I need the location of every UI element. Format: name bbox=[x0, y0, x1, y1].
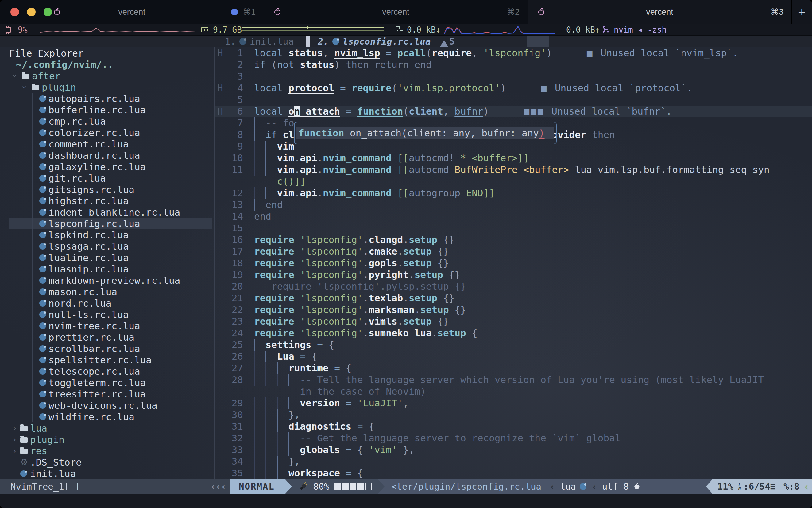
code-row-13: 13 end bbox=[215, 199, 812, 211]
buffer-name: lspconfig.rc.lua bbox=[343, 36, 431, 47]
tree-item-after[interactable]: ›after bbox=[0, 70, 214, 81]
line-number: 8 bbox=[224, 129, 243, 140]
new-tab-button[interactable]: + bbox=[792, 0, 812, 24]
statusline-position-segment: 11% LN :6/54≡ %:8 ‹ bbox=[706, 479, 812, 494]
powerline-separator-icon bbox=[706, 479, 713, 494]
tree-item-cmp.rc.lua[interactable]: cmp.rc.lua bbox=[0, 116, 214, 127]
buffer-tab-init.lua[interactable]: 1.init.lua bbox=[225, 36, 294, 47]
folder-icon bbox=[32, 81, 39, 93]
code-row-16: 16require 'lspconfig'.clangd.setup {} bbox=[215, 234, 812, 246]
tree-item-highstr.rc.lua[interactable]: highstr.rc.lua bbox=[0, 195, 214, 206]
lua-file-icon bbox=[39, 366, 46, 377]
line-number: 23 bbox=[224, 316, 243, 327]
lua-file-icon bbox=[39, 388, 46, 399]
window-tab-3[interactable]: vercent⌘3 bbox=[528, 0, 792, 24]
tree-item-lspconfig.rc.lua[interactable]: lspconfig.rc.lua bbox=[0, 218, 214, 229]
tree-item-bufferline.rc.lua[interactable]: bufferline.rc.lua bbox=[0, 104, 214, 116]
tree-item-markdown-preview.rc.lua[interactable]: markdown-preview.rc.lua bbox=[0, 274, 214, 286]
tree-item-plugin[interactable]: ›plugin bbox=[0, 434, 214, 445]
code-text: in the case of Neovim) bbox=[254, 386, 812, 397]
minimize-button[interactable] bbox=[27, 8, 36, 16]
tree-item-nvim-tree.rc.lua[interactable]: nvim-tree.rc.lua bbox=[0, 320, 214, 331]
tree-item-mason.rc.lua[interactable]: mason.rc.lua bbox=[0, 286, 214, 297]
line-number: 18 bbox=[224, 257, 243, 268]
tree-item-null-ls.rc.lua[interactable]: null-ls.rc.lua bbox=[0, 309, 214, 320]
buffer-tab-lspconfig.rc.lua[interactable]: 2.lspconfig.rc.lua5 bbox=[318, 36, 455, 47]
tree-item-nord.rc.lua[interactable]: nord.rc.lua bbox=[0, 297, 214, 309]
tree-indent-guide bbox=[32, 150, 33, 161]
tree-item-gitsigns.rc.lua[interactable]: gitsigns.rc.lua bbox=[0, 184, 214, 195]
tree-item-treesitter.rc.lua[interactable]: treesitter.rc.lua bbox=[0, 388, 214, 399]
tree-item-init.lua[interactable]: init.lua bbox=[0, 468, 214, 479]
apple-icon bbox=[273, 7, 281, 17]
cpu-percent: 9% bbox=[18, 24, 27, 36]
window-tab-2[interactable]: vercent⌘2 bbox=[264, 0, 528, 24]
code-row-26: 26 Lua = { bbox=[215, 351, 812, 363]
tree-item-prettier.rc.lua[interactable]: prettier.rc.lua bbox=[0, 331, 214, 343]
tree-item-git.rc.lua[interactable]: git.rc.lua bbox=[0, 172, 214, 184]
code-row-15: 15 bbox=[215, 222, 812, 234]
nvim-tree-panel[interactable]: File Explorer~/.config/nvim/..›after›plu… bbox=[0, 47, 214, 479]
code-row-20: 20-- require 'lspconfig'.pylsp.setup {} bbox=[215, 281, 812, 292]
tree-item-luasnip.rc.lua[interactable]: luasnip.rc.lua bbox=[0, 263, 214, 274]
tree-item-toggleterm.rc.lua[interactable]: toggleterm.rc.lua bbox=[0, 377, 214, 388]
code-text: require 'lspconfig'.vimls.setup {} bbox=[254, 316, 812, 327]
tree-item-galaxyline.rc.lua[interactable]: galaxyline.rc.lua bbox=[0, 161, 214, 172]
code-text: end bbox=[254, 199, 812, 210]
folder-icon bbox=[22, 70, 30, 81]
tree-root-path[interactable]: ~/.config/nvim/.. bbox=[0, 59, 214, 70]
tree-indent-guide bbox=[32, 297, 33, 309]
tree-item-res[interactable]: ›res bbox=[0, 445, 214, 456]
lua-file-icon bbox=[39, 93, 46, 104]
folder-icon bbox=[20, 445, 28, 456]
tree-item-scrollbar.rc.lua[interactable]: scrollbar.rc.lua bbox=[0, 343, 214, 354]
lua-file-icon bbox=[39, 343, 46, 354]
window-tab-title: vercent bbox=[528, 7, 792, 17]
column-location: %:8 bbox=[783, 481, 800, 492]
window-tab-shortcut: ⌘2 bbox=[507, 7, 520, 17]
nvim-bufferline: 1.init.lua2.lspconfig.rc.lua5 bbox=[0, 36, 812, 47]
tree-item-autopairs.rc.lua[interactable]: autopairs.rc.lua bbox=[0, 93, 214, 104]
tree-item-comment.rc.lua[interactable]: comment.rc.lua bbox=[0, 138, 214, 150]
tree-indent-guide bbox=[32, 138, 33, 150]
tree-item-.DS_Store[interactable]: ⚙.DS_Store bbox=[0, 456, 214, 468]
line-number: 12 bbox=[224, 187, 243, 199]
code-row-11: 11 vim.api.nvim_command [[autocmd BufWri… bbox=[215, 164, 812, 176]
code-text: local on_attach = function(client, bufnr… bbox=[254, 105, 812, 117]
tree-item-wildfire.rc.lua[interactable]: wildfire.rc.lua bbox=[0, 411, 214, 422]
tree-item-dashboard.rc.lua[interactable]: dashboard.rc.lua bbox=[0, 150, 214, 161]
gear-icon: ⚙ bbox=[20, 456, 28, 468]
encoding-segment: utf-8 bbox=[602, 479, 640, 494]
network-icon bbox=[395, 24, 404, 36]
code-row-6: H6local on_attach = function(client, buf… bbox=[215, 105, 812, 117]
tree-item-lspsaga.rc.lua[interactable]: lspsaga.rc.lua bbox=[0, 241, 214, 252]
code-row-27: 27 runtime = { bbox=[215, 363, 812, 374]
code-text: local status, nvim_lsp = pcall(require, … bbox=[254, 47, 812, 58]
code-text: -- require 'lspconfig'.pylsp.setup {} bbox=[254, 281, 812, 292]
command-line[interactable] bbox=[0, 494, 812, 508]
tree-item-plugin[interactable]: ›plugin bbox=[0, 81, 214, 93]
code-text: c()]] bbox=[254, 176, 812, 187]
tree-item-web-devicons.rc.lua[interactable]: web-devicons.rc.lua bbox=[0, 399, 214, 411]
lua-file-icon bbox=[39, 241, 46, 252]
code-text: if (not status) then return end bbox=[254, 59, 812, 70]
tree-item-lualine.rc.lua[interactable]: lualine.rc.lua bbox=[0, 252, 214, 263]
tree-item-colorizer.rc.lua[interactable]: colorizer.rc.lua bbox=[0, 127, 214, 138]
folder-icon bbox=[20, 434, 28, 445]
tree-item-lspkind.rc.lua[interactable]: lspkind.rc.lua bbox=[0, 229, 214, 241]
close-button[interactable] bbox=[10, 8, 19, 16]
tree-indent-guide bbox=[32, 93, 33, 104]
zoom-button[interactable] bbox=[44, 8, 52, 16]
tree-indent-guide bbox=[32, 104, 33, 116]
lua-file-icon bbox=[39, 229, 46, 241]
tree-item-telescope.rc.lua[interactable]: telescope.rc.lua bbox=[0, 366, 214, 377]
code-text: require 'lspconfig'.marksman.setup {} bbox=[254, 304, 812, 315]
apple-icon bbox=[536, 7, 545, 17]
tree-item-indent-blankline.rc.lua[interactable]: indent-blankline.rc.lua bbox=[0, 206, 214, 218]
editor-window[interactable]: H1local status, nvim_lsp = pcall(require… bbox=[214, 47, 812, 479]
line-number: 24 bbox=[224, 327, 243, 338]
net-down-value: 0.0 kB↓ bbox=[407, 24, 441, 36]
tree-item-spellsitter.rc.lua[interactable]: spellsitter.rc.lua bbox=[0, 354, 214, 366]
code-text: vim.api.nvim_command [[autocmd! * <buffe… bbox=[254, 152, 812, 163]
tree-item-lua[interactable]: ›lua bbox=[0, 422, 214, 434]
